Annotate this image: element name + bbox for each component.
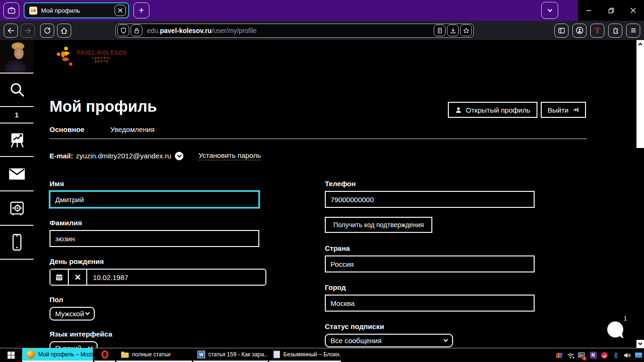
logo-brand: PAVEL-KOLESOV	[77, 49, 127, 56]
tab-close-button[interactable]	[115, 5, 126, 16]
taskbar-item-folder[interactable]: полные статьи	[116, 348, 192, 362]
scrollbar-thumb[interactable]	[636, 48, 644, 148]
chevron-down-icon	[638, 341, 642, 345]
city-field: Город	[325, 283, 535, 312]
close-button[interactable]	[622, 0, 644, 21]
last-name-input[interactable]	[50, 230, 259, 247]
subscription-label: Статус подписки	[325, 322, 535, 330]
form-column-right: Телефон Получить код подтверждения Стран…	[325, 180, 535, 348]
phone-input[interactable]	[325, 191, 535, 208]
tab-main[interactable]: Основное	[50, 125, 84, 133]
country-input[interactable]	[325, 255, 535, 272]
subscription-select[interactable]: Все сообщения	[325, 334, 453, 347]
star-icon	[463, 27, 470, 34]
image-notification-tray-icon[interactable]: !	[576, 348, 587, 362]
calendar-button[interactable]	[50, 270, 69, 285]
browser-toolbar: edu.pavel-kolesov.ru/user/my/profile T	[0, 21, 644, 40]
sidebar-item-mobile[interactable]	[0, 226, 33, 260]
minimize-button[interactable]	[578, 0, 600, 21]
back-button[interactable]	[4, 24, 18, 38]
birthday-field: День рождения	[50, 257, 259, 286]
sidebar-item-vault[interactable]	[0, 191, 33, 226]
forward-button[interactable]	[21, 24, 35, 38]
sidebar-toggle-button[interactable]	[554, 24, 569, 38]
main-content: PAVEL-KOLESOV тренинг центр Мой профиль …	[33, 40, 636, 348]
start-button[interactable]	[0, 348, 22, 362]
account-icon	[576, 26, 584, 34]
first-name-input[interactable]	[50, 191, 259, 208]
city-label: Город	[325, 283, 535, 291]
set-password-link[interactable]: Установить пароль	[198, 151, 261, 160]
bluetooth-tray-icon[interactable]	[610, 348, 621, 362]
taskbar-word-label: статья 159 - Как зара...	[208, 351, 268, 358]
reader-mode-button[interactable]	[434, 25, 446, 36]
screen: Мой профиль + edu.pavel-kolesov.ru/user/…	[0, 0, 644, 362]
birthday-input[interactable]	[87, 270, 265, 285]
save-page-button[interactable]	[447, 25, 459, 36]
extension-t-button[interactable]: T	[590, 24, 604, 38]
bookmark-button[interactable]	[460, 25, 472, 36]
n-app-tray-icon[interactable]: N	[587, 348, 599, 362]
chevron-down-icon	[177, 153, 182, 158]
browser-tab[interactable]: Мой профиль	[24, 2, 129, 18]
minimize-icon	[586, 8, 592, 13]
sidebar-item-stats[interactable]	[0, 123, 33, 157]
tab-title: Мой профиль	[41, 7, 111, 14]
account-button[interactable]	[572, 24, 586, 38]
scroll-up-button[interactable]	[636, 40, 644, 48]
menu-button[interactable]	[626, 24, 640, 38]
logout-button[interactable]: Выйти	[541, 102, 586, 118]
reload-button[interactable]	[40, 24, 54, 38]
sidebar-item-mail[interactable]	[0, 157, 33, 191]
city-input[interactable]	[325, 295, 535, 312]
sidebar-item-profile-photo[interactable]	[0, 40, 33, 74]
clear-date-button[interactable]	[69, 270, 87, 285]
wifi-tray-icon[interactable]	[565, 348, 576, 362]
restore-button[interactable]	[600, 0, 622, 21]
taskbar-item-opera[interactable]	[94, 348, 115, 362]
presentation-chart-icon	[8, 131, 26, 149]
logo-tagline-1: тренинг	[77, 56, 127, 59]
browser-tab-bar: Мой профиль +	[0, 0, 644, 21]
form-column-left: Имя Фамилия День рождения	[50, 180, 259, 348]
sidebar-item-search[interactable]	[0, 74, 33, 107]
sidebar-item-counter[interactable]: 1	[0, 107, 33, 123]
tab-list-dropdown-button[interactable]	[541, 2, 558, 19]
page-title: Мой профиль	[50, 98, 157, 115]
language-select[interactable]: Русский	[50, 341, 98, 348]
url-bar[interactable]: edu.pavel-kolesov.ru/user/my/profile	[116, 24, 474, 38]
scroll-down-button[interactable]	[636, 340, 644, 348]
taskbar-item-firefox[interactable]: Мой профиль – Mozill...	[22, 348, 93, 362]
taskbar-item-word[interactable]: W статья 159 - Как зара...	[193, 348, 268, 362]
email-dropdown-button[interactable]	[175, 152, 183, 160]
chat-widget-button[interactable]: 1	[607, 321, 623, 337]
chevron-down-icon	[547, 7, 552, 12]
home-icon	[60, 27, 68, 34]
colored-bars-tray-icon[interactable]	[553, 348, 565, 362]
language-label: Язык интерфейса	[50, 330, 259, 338]
firefox-view-button[interactable]	[3, 2, 19, 18]
tracking-protection-button[interactable]	[117, 25, 129, 36]
home-button[interactable]	[57, 24, 71, 38]
tab-notifications[interactable]: Уведомления	[110, 125, 155, 133]
open-profile-button[interactable]: Открытый профиль	[448, 102, 537, 118]
site-logo[interactable]: PAVEL-KOLESOV тренинг центр	[57, 46, 127, 66]
taskbar-item-notepad[interactable]: Безымянный – Блокн...	[269, 348, 341, 362]
letter-t-icon: T	[594, 26, 600, 35]
last-name-field: Фамилия	[50, 219, 259, 247]
red-circle-app-tray-icon[interactable]	[599, 348, 610, 362]
taskbar: Мой профиль – Mozill... полные статьи W …	[0, 348, 644, 362]
gender-select[interactable]: Мужской	[50, 307, 95, 321]
envelope-icon	[8, 167, 26, 181]
close-icon	[118, 8, 123, 13]
extensions-button[interactable]	[608, 24, 622, 38]
birthday-input-group	[50, 269, 266, 286]
gender-value: Мужской	[55, 310, 84, 318]
logo-icon	[57, 46, 74, 66]
get-code-button[interactable]: Получить код подтверждения	[325, 217, 432, 233]
volume-tray-icon[interactable]	[621, 348, 633, 362]
display-tray-icon[interactable]	[633, 348, 644, 362]
site-security-button[interactable]	[131, 25, 142, 36]
new-tab-button[interactable]: +	[133, 2, 149, 18]
restore-icon	[608, 8, 614, 14]
